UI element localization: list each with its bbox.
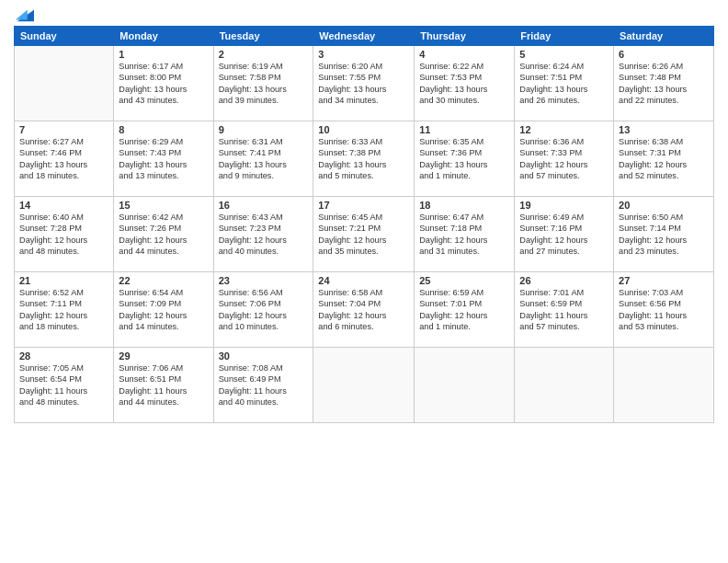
day-number: 9 bbox=[219, 124, 309, 135]
day-info: Sunrise: 6:45 AM Sunset: 7:21 PM Dayligh… bbox=[318, 212, 409, 258]
day-info: Sunrise: 6:22 AM Sunset: 7:53 PM Dayligh… bbox=[419, 61, 509, 107]
header bbox=[14, 9, 714, 18]
calendar-cell: 6Sunrise: 6:26 AM Sunset: 7:48 PM Daylig… bbox=[614, 46, 714, 121]
day-info: Sunrise: 6:26 AM Sunset: 7:48 PM Dayligh… bbox=[619, 61, 709, 107]
day-info: Sunrise: 6:36 AM Sunset: 7:33 PM Dayligh… bbox=[519, 136, 609, 182]
calendar-cell: 4Sunrise: 6:22 AM Sunset: 7:53 PM Daylig… bbox=[415, 46, 515, 121]
calendar-cell bbox=[15, 46, 114, 121]
calendar-cell: 24Sunrise: 6:58 AM Sunset: 7:04 PM Dayli… bbox=[313, 272, 415, 348]
logo-icon bbox=[16, 9, 34, 22]
day-info: Sunrise: 6:19 AM Sunset: 7:58 PM Dayligh… bbox=[219, 61, 309, 107]
day-number: 2 bbox=[219, 49, 309, 60]
calendar-table: SundayMondayTuesdayWednesdayThursdayFrid… bbox=[14, 26, 714, 423]
calendar-cell: 13Sunrise: 6:38 AM Sunset: 7:31 PM Dayli… bbox=[614, 121, 714, 197]
calendar-cell: 2Sunrise: 6:19 AM Sunset: 7:58 PM Daylig… bbox=[213, 46, 313, 121]
day-number: 30 bbox=[219, 350, 309, 362]
day-number: 12 bbox=[519, 124, 609, 135]
day-number: 8 bbox=[119, 124, 208, 135]
day-number: 17 bbox=[318, 200, 409, 211]
calendar-week-1: 7Sunrise: 6:27 AM Sunset: 7:46 PM Daylig… bbox=[15, 121, 714, 197]
day-number: 19 bbox=[519, 200, 609, 211]
day-info: Sunrise: 7:01 AM Sunset: 6:59 PM Dayligh… bbox=[519, 287, 609, 333]
day-info: Sunrise: 6:43 AM Sunset: 7:23 PM Dayligh… bbox=[219, 212, 309, 258]
calendar-header-row: SundayMondayTuesdayWednesdayThursdayFrid… bbox=[15, 27, 714, 46]
day-number: 24 bbox=[318, 275, 409, 286]
day-number: 15 bbox=[119, 200, 208, 211]
day-info: Sunrise: 6:20 AM Sunset: 7:55 PM Dayligh… bbox=[318, 61, 409, 107]
calendar-cell: 20Sunrise: 6:50 AM Sunset: 7:14 PM Dayli… bbox=[614, 197, 714, 272]
calendar-cell: 17Sunrise: 6:45 AM Sunset: 7:21 PM Dayli… bbox=[313, 197, 415, 272]
calendar-cell bbox=[614, 348, 714, 423]
day-info: Sunrise: 7:05 AM Sunset: 6:54 PM Dayligh… bbox=[19, 362, 108, 408]
day-number: 26 bbox=[519, 275, 609, 286]
day-info: Sunrise: 7:03 AM Sunset: 6:56 PM Dayligh… bbox=[619, 287, 709, 333]
day-number: 14 bbox=[19, 200, 108, 211]
day-info: Sunrise: 7:08 AM Sunset: 6:49 PM Dayligh… bbox=[219, 362, 309, 408]
day-number: 3 bbox=[318, 49, 409, 60]
day-info: Sunrise: 6:56 AM Sunset: 7:06 PM Dayligh… bbox=[219, 287, 309, 333]
day-info: Sunrise: 6:50 AM Sunset: 7:14 PM Dayligh… bbox=[619, 212, 709, 258]
calendar-cell: 29Sunrise: 7:06 AM Sunset: 6:51 PM Dayli… bbox=[114, 348, 213, 423]
day-info: Sunrise: 6:38 AM Sunset: 7:31 PM Dayligh… bbox=[619, 136, 709, 182]
calendar-cell: 3Sunrise: 6:20 AM Sunset: 7:55 PM Daylig… bbox=[313, 46, 415, 121]
calendar-cell bbox=[313, 348, 415, 423]
day-number: 11 bbox=[419, 124, 509, 135]
calendar-cell bbox=[515, 348, 614, 423]
day-info: Sunrise: 6:29 AM Sunset: 7:43 PM Dayligh… bbox=[119, 136, 208, 182]
day-info: Sunrise: 6:35 AM Sunset: 7:36 PM Dayligh… bbox=[419, 136, 509, 182]
day-number: 29 bbox=[119, 350, 208, 362]
calendar-week-4: 28Sunrise: 7:05 AM Sunset: 6:54 PM Dayli… bbox=[15, 348, 714, 423]
calendar-cell: 27Sunrise: 7:03 AM Sunset: 6:56 PM Dayli… bbox=[614, 272, 714, 348]
weekday-header-friday: Friday bbox=[515, 27, 614, 46]
weekday-header-sunday: Sunday bbox=[15, 27, 114, 46]
calendar-cell: 9Sunrise: 6:31 AM Sunset: 7:41 PM Daylig… bbox=[213, 121, 313, 197]
day-info: Sunrise: 6:49 AM Sunset: 7:16 PM Dayligh… bbox=[519, 212, 609, 258]
weekday-header-tuesday: Tuesday bbox=[213, 27, 313, 46]
page: SundayMondayTuesdayWednesdayThursdayFrid… bbox=[0, 0, 728, 563]
calendar-cell: 21Sunrise: 6:52 AM Sunset: 7:11 PM Dayli… bbox=[15, 272, 114, 348]
calendar-cell: 25Sunrise: 6:59 AM Sunset: 7:01 PM Dayli… bbox=[415, 272, 515, 348]
day-number: 18 bbox=[419, 200, 509, 211]
day-info: Sunrise: 6:31 AM Sunset: 7:41 PM Dayligh… bbox=[219, 136, 309, 182]
day-info: Sunrise: 6:17 AM Sunset: 8:00 PM Dayligh… bbox=[119, 61, 208, 107]
day-number: 6 bbox=[619, 49, 709, 60]
day-number: 23 bbox=[219, 275, 309, 286]
calendar-cell: 8Sunrise: 6:29 AM Sunset: 7:43 PM Daylig… bbox=[114, 121, 213, 197]
day-number: 25 bbox=[419, 275, 509, 286]
calendar-week-0: 1Sunrise: 6:17 AM Sunset: 8:00 PM Daylig… bbox=[15, 46, 714, 121]
calendar-cell: 23Sunrise: 6:56 AM Sunset: 7:06 PM Dayli… bbox=[213, 272, 313, 348]
calendar-cell: 5Sunrise: 6:24 AM Sunset: 7:51 PM Daylig… bbox=[515, 46, 614, 121]
calendar-cell bbox=[415, 348, 515, 423]
day-number: 13 bbox=[619, 124, 709, 135]
calendar-cell: 12Sunrise: 6:36 AM Sunset: 7:33 PM Dayli… bbox=[515, 121, 614, 197]
day-number: 20 bbox=[619, 200, 709, 211]
day-number: 5 bbox=[519, 49, 609, 60]
logo bbox=[14, 9, 34, 18]
day-number: 21 bbox=[19, 275, 108, 286]
calendar-cell: 30Sunrise: 7:08 AM Sunset: 6:49 PM Dayli… bbox=[213, 348, 313, 423]
day-number: 4 bbox=[419, 49, 509, 60]
weekday-header-monday: Monday bbox=[114, 27, 213, 46]
calendar-cell: 7Sunrise: 6:27 AM Sunset: 7:46 PM Daylig… bbox=[15, 121, 114, 197]
calendar-week-3: 21Sunrise: 6:52 AM Sunset: 7:11 PM Dayli… bbox=[15, 272, 714, 348]
svg-marker-1 bbox=[16, 10, 28, 20]
day-number: 22 bbox=[119, 275, 208, 286]
calendar-cell: 22Sunrise: 6:54 AM Sunset: 7:09 PM Dayli… bbox=[114, 272, 213, 348]
weekday-header-wednesday: Wednesday bbox=[313, 27, 415, 46]
calendar-cell: 14Sunrise: 6:40 AM Sunset: 7:28 PM Dayli… bbox=[15, 197, 114, 272]
calendar-cell: 26Sunrise: 7:01 AM Sunset: 6:59 PM Dayli… bbox=[515, 272, 614, 348]
day-number: 7 bbox=[19, 124, 108, 135]
day-number: 10 bbox=[318, 124, 409, 135]
day-info: Sunrise: 6:47 AM Sunset: 7:18 PM Dayligh… bbox=[419, 212, 509, 258]
weekday-header-saturday: Saturday bbox=[614, 27, 714, 46]
day-number: 16 bbox=[219, 200, 309, 211]
day-info: Sunrise: 6:33 AM Sunset: 7:38 PM Dayligh… bbox=[318, 136, 409, 182]
day-info: Sunrise: 6:27 AM Sunset: 7:46 PM Dayligh… bbox=[19, 136, 108, 182]
day-info: Sunrise: 7:06 AM Sunset: 6:51 PM Dayligh… bbox=[119, 362, 208, 408]
calendar-cell: 19Sunrise: 6:49 AM Sunset: 7:16 PM Dayli… bbox=[515, 197, 614, 272]
calendar-cell: 11Sunrise: 6:35 AM Sunset: 7:36 PM Dayli… bbox=[415, 121, 515, 197]
day-info: Sunrise: 6:24 AM Sunset: 7:51 PM Dayligh… bbox=[519, 61, 609, 107]
calendar-cell: 18Sunrise: 6:47 AM Sunset: 7:18 PM Dayli… bbox=[415, 197, 515, 272]
day-number: 27 bbox=[619, 275, 709, 286]
day-info: Sunrise: 6:54 AM Sunset: 7:09 PM Dayligh… bbox=[119, 287, 208, 333]
